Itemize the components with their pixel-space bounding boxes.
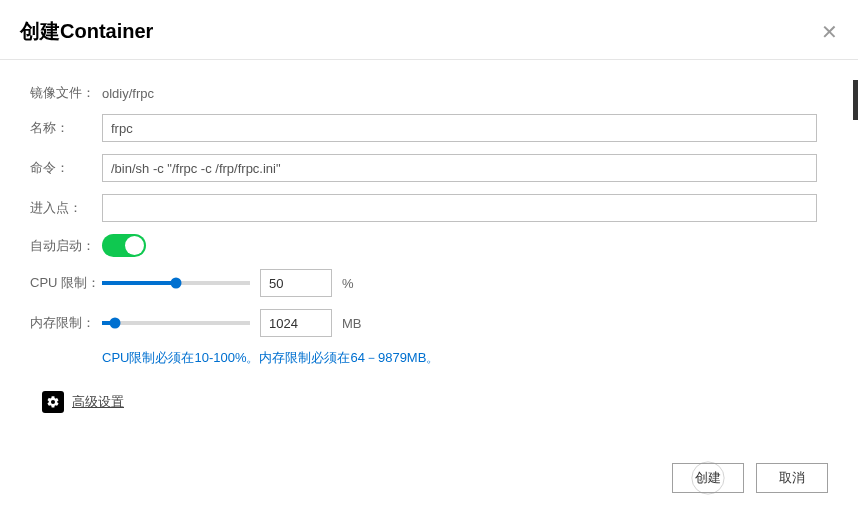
memory-input[interactable] [260, 309, 332, 337]
label-entrypoint: 进入点： [30, 199, 102, 217]
value-image: oldiy/frpc [102, 86, 154, 101]
name-input[interactable] [102, 114, 817, 142]
row-autostart: 自动启动： [30, 234, 828, 257]
slider-thumb[interactable] [171, 278, 182, 289]
row-cpu: CPU 限制： % [30, 269, 828, 297]
close-icon[interactable]: ✕ [821, 22, 838, 42]
entrypoint-input[interactable] [102, 194, 817, 222]
label-autostart: 自动启动： [30, 237, 102, 255]
gear-icon [42, 391, 64, 413]
limits-hint: CPU限制必须在10-100%。内存限制必须在64－9879MB。 [102, 349, 828, 367]
label-command: 命令： [30, 159, 102, 177]
dialog-footer: 创建 值得买 取消 [672, 463, 828, 493]
cpu-unit: % [342, 276, 354, 291]
cancel-button[interactable]: 取消 [756, 463, 828, 493]
row-image: 镜像文件： oldiy/frpc [30, 84, 828, 102]
create-button[interactable]: 创建 值得买 [672, 463, 744, 493]
autostart-toggle[interactable] [102, 234, 146, 257]
memory-unit: MB [342, 316, 362, 331]
slider-thumb[interactable] [110, 318, 121, 329]
label-memory: 内存限制： [30, 314, 102, 332]
cpu-slider[interactable] [102, 273, 250, 293]
dialog-header: 创建Container ✕ [0, 0, 858, 60]
advanced-row: 高级设置 [42, 391, 828, 413]
label-cpu: CPU 限制： [30, 274, 102, 292]
row-memory: 内存限制： MB [30, 309, 828, 337]
label-name: 名称： [30, 119, 102, 137]
row-command: 命令： [30, 154, 828, 182]
toggle-knob [125, 236, 144, 255]
row-entrypoint: 进入点： [30, 194, 828, 222]
cpu-input[interactable] [260, 269, 332, 297]
command-input[interactable] [102, 154, 817, 182]
row-name: 名称： [30, 114, 828, 142]
memory-slider[interactable] [102, 313, 250, 333]
scrollbar-indicator [853, 80, 858, 120]
label-image: 镜像文件： [30, 84, 102, 102]
dialog-content: 镜像文件： oldiy/frpc 名称： 命令： 进入点： 自动启动： CPU … [0, 60, 858, 433]
dialog-title: 创建Container [20, 18, 153, 45]
advanced-link[interactable]: 高级设置 [72, 393, 124, 411]
